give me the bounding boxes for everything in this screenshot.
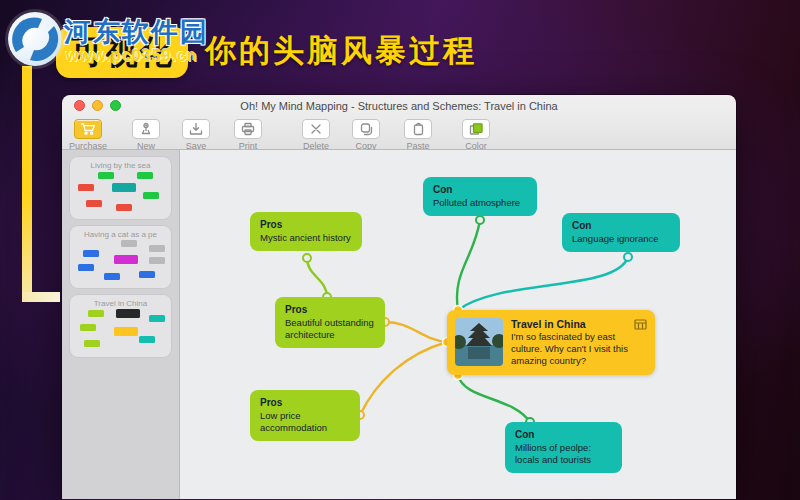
toolbar: Purchase New Save Print	[62, 116, 736, 151]
save-button[interactable]: Save	[174, 119, 218, 151]
center-node-content: Travel in China I'm so fascinated by eas…	[511, 318, 647, 367]
window-body: Living by the sea Having a cat as a pe	[62, 150, 736, 499]
watermark-site-url: www.pc0359.cn	[66, 47, 198, 65]
toolbar-label: Purchase	[69, 141, 107, 151]
node-con-crowds[interactable]: Con Millions of peolpe: locals and touri…	[505, 422, 622, 473]
mini-node	[149, 257, 165, 264]
print-button[interactable]: Print	[226, 119, 270, 151]
mini-node	[116, 204, 132, 211]
node-text: Beautiful outstanding architecture	[285, 317, 375, 341]
mini-node	[149, 315, 165, 322]
minimize-window-button[interactable]	[92, 100, 103, 111]
node-text: Mystic ancient history	[260, 232, 352, 244]
color-button[interactable]: Color	[454, 119, 498, 151]
close-window-button[interactable]	[74, 100, 85, 111]
mini-node	[149, 245, 165, 252]
mindmap-canvas[interactable]: Pros Mystic ancient history Pros Beautif…	[180, 150, 736, 499]
mini-node	[137, 172, 153, 179]
copy-icon	[352, 119, 380, 139]
window-chrome: Oh! My Mind Mapping - Structures and Sch…	[62, 95, 736, 150]
save-download-icon	[182, 119, 210, 139]
node-text: Millions of peolpe: locals and tourists	[515, 442, 612, 466]
node-text: I'm so fascinated by east culture. Why c…	[511, 331, 647, 367]
color-swatch-icon	[462, 119, 490, 139]
thumbnail-title: Travel in China	[70, 295, 171, 308]
mini-node	[139, 336, 155, 343]
mini-node	[78, 264, 94, 271]
node-title: Pros	[260, 397, 350, 408]
watermark-site-name: 河东软件园	[64, 14, 209, 50]
thumbnail-living-by-the-sea[interactable]: Living by the sea	[70, 157, 171, 219]
mini-node	[112, 183, 136, 192]
delete-x-icon	[302, 119, 330, 139]
mini-node	[104, 273, 120, 280]
delete-button[interactable]: Delete	[294, 119, 338, 151]
node-title: Pros	[285, 304, 375, 315]
node-pros-architecture[interactable]: Pros Beautiful outstanding architecture	[275, 297, 385, 348]
titlebar[interactable]: Oh! My Mind Mapping - Structures and Sch…	[62, 95, 736, 116]
printer-icon	[234, 119, 262, 139]
mini-node	[98, 172, 114, 179]
node-title: Con	[572, 220, 670, 231]
app-window: Oh! My Mind Mapping - Structures and Sch…	[62, 95, 736, 500]
mini-node	[139, 271, 155, 278]
mini-node	[121, 240, 137, 247]
zoom-window-button[interactable]	[110, 100, 121, 111]
mini-node	[83, 250, 99, 257]
node-text: Polluted atmosphere	[433, 197, 527, 209]
window-title: Oh! My Mind Mapping - Structures and Sch…	[240, 100, 557, 112]
thumbnail-travel-in-china[interactable]: Travel in China	[70, 295, 171, 357]
node-title: Con	[433, 184, 527, 195]
node-text: Low price accommodation	[260, 410, 350, 434]
toolbar-label: New	[137, 141, 155, 151]
node-con-atmosphere[interactable]: Con Polluted atmosphere	[423, 177, 537, 216]
mini-node	[80, 324, 96, 331]
thumbnail-having-a-cat[interactable]: Having a cat as a pe	[70, 226, 171, 288]
calendar-icon[interactable]	[634, 319, 647, 330]
cart-icon	[74, 119, 102, 139]
node-title: Con	[515, 429, 612, 440]
node-text: Language ignorance	[572, 233, 670, 245]
callout-line-horizontal	[22, 292, 60, 302]
purchase-button[interactable]: Purchase	[66, 119, 110, 151]
paste-clipboard-icon	[404, 119, 432, 139]
node-pros-mystic[interactable]: Pros Mystic ancient history	[250, 212, 362, 251]
mini-node	[143, 192, 159, 199]
new-button[interactable]: New	[124, 119, 168, 151]
copy-button[interactable]: Copy	[344, 119, 388, 151]
paste-button[interactable]: Paste	[396, 119, 440, 151]
site-logo-swirl-icon: ★	[8, 12, 62, 66]
new-node-icon	[132, 119, 160, 139]
callout-line-vertical	[22, 66, 32, 302]
mini-node	[114, 255, 138, 264]
node-title: Pros	[260, 219, 352, 230]
svg-text:★: ★	[18, 17, 29, 31]
mini-node	[88, 310, 104, 317]
mini-node	[114, 327, 138, 336]
mini-node	[84, 340, 100, 347]
mini-node	[78, 184, 94, 191]
thumbnail-title: Having a cat as a pe	[70, 226, 171, 239]
node-con-language[interactable]: Con Language ignorance	[562, 213, 680, 252]
banner-title: 你的头脑风暴过程	[205, 30, 477, 72]
node-pros-accommodation[interactable]: Pros Low price accommodation	[250, 390, 360, 441]
mini-node	[116, 309, 140, 318]
pagoda-photo	[455, 318, 503, 366]
node-travel-in-china[interactable]: Travel in China I'm so fascinated by eas…	[447, 310, 655, 375]
traffic-lights	[74, 100, 121, 111]
thumbnail-title: Living by the sea	[70, 157, 171, 170]
thumbnail-sidebar: Living by the sea Having a cat as a pe	[62, 150, 180, 499]
mini-node	[86, 200, 102, 207]
node-title: Travel in China	[511, 318, 586, 330]
site-logo: ★	[8, 12, 62, 66]
